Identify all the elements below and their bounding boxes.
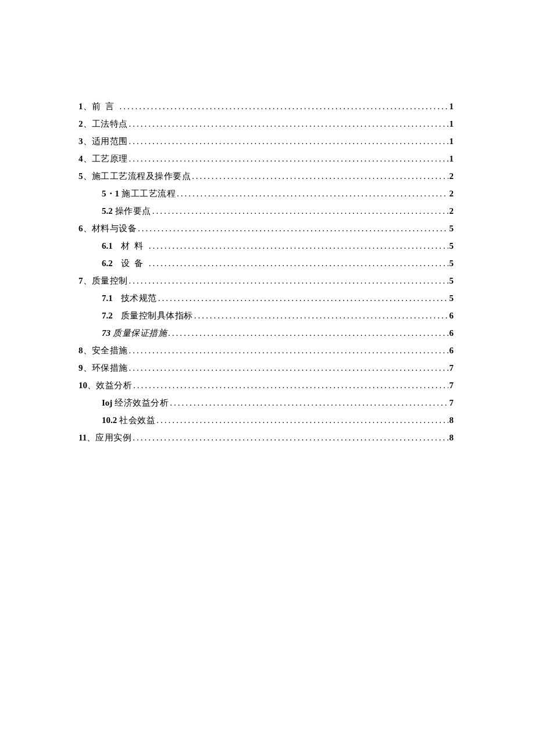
toc-entry: 5、施工工艺流程及操作要点2 — [79, 167, 454, 185]
toc-leader-dots — [133, 377, 448, 394]
toc-number: 4 — [79, 150, 83, 167]
toc-page-number: 5 — [450, 220, 454, 237]
toc-page-number: 6 — [450, 307, 454, 324]
toc-title: 工法特点 — [92, 115, 128, 132]
toc-subnumber: 7.2 — [102, 307, 113, 324]
toc-page-number: 1 — [450, 115, 454, 132]
toc-number: 7 — [79, 272, 83, 289]
toc-subnumber: 5・1 — [102, 185, 119, 202]
toc-entry: 7、质量控制5 — [79, 272, 454, 289]
toc-entry: 8、安全措施6 — [79, 342, 454, 359]
toc-title: 质量控制 — [92, 272, 128, 289]
toc-title: 质量保证措施 — [113, 324, 167, 342]
toc-leader-dots — [149, 237, 448, 255]
toc-leader-dots — [192, 167, 448, 185]
toc-entry: 11、应用实例8 — [79, 429, 454, 446]
toc-title: 效益分析 — [96, 377, 132, 394]
toc-entry: 6.1材料5 — [79, 237, 454, 255]
toc-page-number: 1 — [450, 150, 454, 167]
toc-number: 3 — [79, 132, 83, 150]
toc-title: 施工工艺流程及操作要点 — [92, 167, 191, 185]
toc-page-number: 7 — [450, 394, 454, 411]
toc-title: 应用实例 — [95, 429, 131, 446]
toc-leader-dots — [156, 411, 448, 429]
toc-page-number: 5 — [450, 272, 454, 289]
toc-page-number: 6 — [450, 324, 454, 342]
toc-page-number: 2 — [450, 185, 454, 202]
toc-page-number: 6 — [450, 342, 454, 359]
toc-page-number: 5 — [450, 237, 454, 255]
table-of-contents: 1、前言12、工法特点13、适用范围14、工艺原理15、施工工艺流程及操作要点2… — [79, 98, 454, 446]
toc-leader-dots — [129, 115, 448, 132]
toc-leader-dots — [129, 150, 448, 167]
toc-separator: 、 — [83, 150, 92, 167]
toc-page-number: 7 — [450, 377, 454, 394]
toc-leader-dots — [194, 307, 448, 324]
toc-entry: 1、前言1 — [79, 98, 454, 115]
toc-subnumber: 10.2 — [102, 411, 117, 429]
toc-entry: 4、工艺原理1 — [79, 150, 454, 167]
toc-page-number: 5 — [450, 289, 454, 307]
toc-leader-dots — [133, 429, 448, 446]
toc-page-number: 2 — [450, 167, 454, 185]
toc-entry: 6.2设备5 — [79, 255, 454, 272]
toc-title: 环保措施 — [92, 359, 128, 377]
toc-separator: 、 — [83, 272, 92, 289]
toc-leader-dots — [149, 255, 448, 272]
toc-leader-dots — [129, 359, 448, 377]
toc-page-number: 1 — [450, 132, 454, 150]
toc-subnumber: 5.2 — [102, 202, 113, 220]
toc-leader-dots — [177, 185, 448, 202]
toc-title: 设备 — [121, 255, 148, 272]
toc-title: 操作要点 — [115, 202, 151, 220]
toc-entry: 9、环保措施7 — [79, 359, 454, 377]
toc-entry: 5.2操作要点2 — [79, 202, 454, 220]
toc-subnumber: 73 — [102, 324, 110, 342]
toc-separator: 、 — [83, 220, 92, 237]
toc-separator: 、 — [83, 167, 92, 185]
toc-number: 2 — [79, 115, 83, 132]
toc-entry: 6、材料与设备5 — [79, 220, 454, 237]
toc-entry: 5・1施工工艺流程2 — [79, 185, 454, 202]
toc-separator: 、 — [83, 115, 92, 132]
toc-title: 技术规范 — [121, 289, 157, 307]
toc-leader-dots — [170, 394, 448, 411]
toc-leader-dots — [129, 132, 448, 150]
toc-title: 社会效益 — [119, 411, 155, 429]
toc-leader-dots — [129, 342, 448, 359]
toc-title: 材料与设备 — [92, 220, 137, 237]
toc-leader-dots — [129, 272, 448, 289]
toc-number: 6 — [79, 220, 83, 237]
toc-page-number: 8 — [450, 429, 454, 446]
toc-title: 工艺原理 — [92, 150, 128, 167]
toc-leader-dots — [138, 220, 448, 237]
toc-entry: Ioj经济效益分析7 — [79, 394, 454, 411]
toc-number: 9 — [79, 359, 83, 377]
toc-separator: 、 — [83, 98, 92, 115]
toc-entry: 3、适用范围1 — [79, 132, 454, 150]
toc-entry: 7.1技术规范5 — [79, 289, 454, 307]
toc-entry: 10、效益分析7 — [79, 377, 454, 394]
toc-page-number: 7 — [450, 359, 454, 377]
toc-leader-dots — [168, 324, 448, 342]
toc-title: 适用范围 — [92, 132, 128, 150]
toc-subnumber: Ioj — [102, 394, 112, 411]
toc-entry: 7.2质量控制具体指标6 — [79, 307, 454, 324]
toc-page-number: 8 — [450, 411, 454, 429]
toc-separator: 、 — [87, 429, 95, 446]
toc-separator: 、 — [83, 132, 92, 150]
toc-title: 施工工艺流程 — [122, 185, 176, 202]
toc-leader-dots — [120, 98, 448, 115]
toc-title: 材料 — [121, 237, 148, 255]
toc-title: 前言 — [92, 98, 119, 115]
toc-page-number: 5 — [450, 255, 454, 272]
toc-leader-dots — [152, 202, 448, 220]
toc-separator: 、 — [83, 342, 92, 359]
toc-subnumber: 6.1 — [102, 237, 113, 255]
toc-number: 5 — [79, 167, 83, 185]
toc-number: 11 — [79, 429, 87, 446]
toc-title: 安全措施 — [92, 342, 128, 359]
toc-number: 8 — [79, 342, 83, 359]
toc-leader-dots — [158, 289, 448, 307]
toc-entry: 73质量保证措施6 — [79, 324, 454, 342]
